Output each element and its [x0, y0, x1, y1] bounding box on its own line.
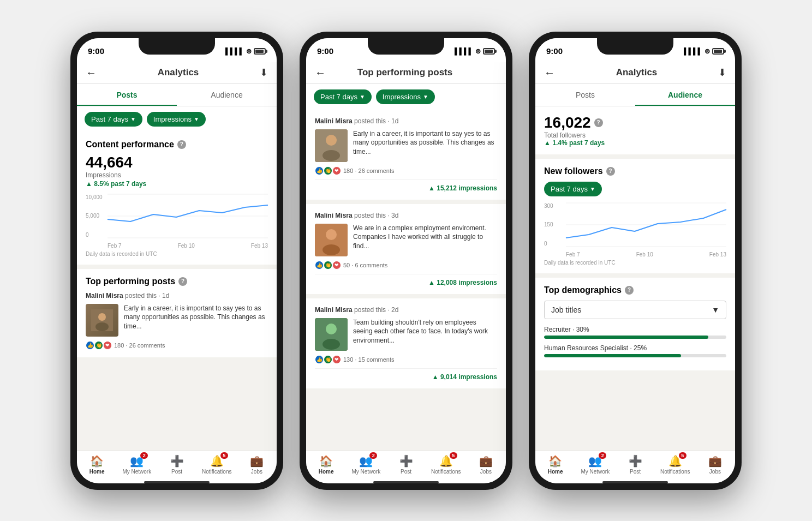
tab-posts-3[interactable]: Posts — [535, 84, 635, 106]
notif-badge-3: 5 — [679, 452, 686, 459]
nav-network-3[interactable]: 👥2 My Network — [575, 454, 615, 475]
status-icons-3: ▌▌▌▌ ⊜ — [684, 47, 724, 55]
nav-notifications-1[interactable]: 🔔5 Notifications — [197, 454, 237, 475]
nf-chart-svg — [566, 203, 726, 247]
help-icon-perf[interactable]: ? — [177, 140, 186, 149]
app-header-1: ← Analytics ⬇ — [77, 62, 277, 84]
phone-1-content: ← Analytics ⬇ Posts Audience Past 7 days… — [77, 62, 277, 483]
filter-impressions-1[interactable]: Impressions ▼ — [147, 112, 206, 127]
jobs-icon-2: 💼 — [479, 454, 493, 468]
nav-jobs-label-1: Jobs — [251, 469, 262, 475]
filter-days-1[interactable]: Past 7 days ▼ — [85, 112, 142, 127]
help-icon-followers[interactable]: ? — [594, 118, 603, 127]
nav-post-3[interactable]: ➕ Post — [615, 454, 655, 475]
post-thumb-2 — [315, 224, 348, 256]
notch-2 — [368, 38, 444, 55]
chart-svg-area — [108, 194, 268, 238]
content-perf-title: Content performance ? — [86, 140, 268, 149]
scroll-area-2[interactable]: Malini Misra posted this · 1d — [306, 110, 506, 451]
filter-impressions-2[interactable]: Impressions ▼ — [376, 89, 435, 104]
signal-icon-3: ▌▌▌▌ — [684, 47, 702, 55]
network-badge-2: 2 — [369, 452, 377, 459]
post-preview-thumb — [86, 304, 118, 337]
nav-jobs-3[interactable]: 💼 Jobs — [695, 454, 735, 475]
page-title-1: Analytics — [158, 67, 199, 78]
bottom-nav-1: 🏠 Home 👥2 My Network ➕ Post 🔔5 Notificat… — [77, 451, 277, 479]
nav-notif-label-3: Notifications — [660, 469, 690, 475]
back-button-2[interactable]: ← — [315, 67, 326, 79]
phone-3: 9:00 ▌▌▌▌ ⊜ ← Analytics ⬇ Posts Audience — [529, 32, 742, 490]
nav-notif-label-2: Notifications — [431, 469, 461, 475]
demo-bar-hr: Human Resources Specialist · 25% — [544, 344, 726, 357]
phone-3-content: ← Analytics ⬇ Posts Audience 16,022 ? — [535, 62, 735, 483]
nav-network-1[interactable]: 👥2 My Network — [117, 454, 157, 475]
phone-2: 9:00 ▌▌▌▌ ⊜ ← Top performing posts Past … — [300, 32, 512, 490]
nav-post-1[interactable]: ➕ Post — [157, 454, 196, 475]
help-icon-new-followers[interactable]: ? — [606, 167, 615, 176]
nav-network-label-1: My Network — [122, 469, 151, 475]
post-meta-2: Malini Misra posted this · 3d — [315, 212, 497, 219]
svg-point-8 — [323, 150, 340, 161]
download-button-3[interactable]: ⬇ — [718, 67, 726, 79]
dropdown-label: Job titles — [551, 306, 581, 314]
post-meta-3: Malini Misra posted this · 2d — [315, 306, 497, 314]
post-thumb-3 — [315, 318, 348, 351]
nav-post-2[interactable]: ➕ Post — [386, 454, 426, 475]
nav-jobs-2[interactable]: 💼 Jobs — [466, 454, 506, 475]
follower-count: 16,022 — [544, 114, 591, 131]
tabs-3: Posts Audience — [535, 84, 735, 106]
like-icon: 👍 — [86, 341, 94, 350]
followers-header: 16,022 ? — [544, 114, 726, 131]
love-p1: ❤ — [332, 166, 341, 175]
post-thumb-1 — [315, 129, 348, 162]
tab-audience-1[interactable]: Audience — [177, 84, 277, 106]
nav-home-2[interactable]: 🏠 Home — [306, 454, 346, 475]
total-followers-card: 16,022 ? Total followers ▲ 1.4% past 7 d… — [535, 106, 735, 154]
utc-note-3: Daily data is recorded in UTC — [544, 260, 726, 266]
phone-1: 9:00 ▌▌▌▌ ⊜ ← Analytics ⬇ Posts Audience — [70, 32, 283, 490]
filter-new-followers[interactable]: Past 7 days ▼ — [544, 182, 602, 196]
hr-label: Human Resources Specialist · 25% — [544, 344, 726, 352]
status-icons-1: ▌▌▌▌ ⊜ — [225, 47, 266, 55]
like-p1: 👍 — [315, 166, 324, 175]
help-icon-posts[interactable]: ? — [178, 277, 187, 286]
hr-track — [544, 354, 726, 357]
reaction-icons-p2: 👍 👏 ❤ — [315, 261, 341, 270]
new-followers-title: New followers ? — [544, 166, 726, 176]
scroll-area-1[interactable]: Content performance ? 44,664 Impressions… — [77, 132, 277, 451]
reactions-count-2: 50 · 6 comments — [343, 262, 387, 268]
impressions-label: Impressions — [86, 171, 268, 179]
nav-notif-2[interactable]: 🔔5 Notifications — [426, 454, 466, 475]
scroll-area-3[interactable]: 16,022 ? Total followers ▲ 1.4% past 7 d… — [535, 106, 735, 451]
filter-days-2[interactable]: Past 7 days ▼ — [314, 89, 372, 104]
back-button-3[interactable]: ← — [544, 67, 555, 79]
notif-badge-1: 5 — [220, 452, 228, 459]
nav-jobs-1[interactable]: 💼 Jobs — [237, 454, 277, 475]
nav-network-2[interactable]: 👥2 My Network — [346, 454, 386, 475]
top-posts-preview-card: Top performing posts ? Malini Misra post… — [77, 269, 277, 357]
nav-home-3[interactable]: 🏠 Home — [535, 454, 575, 475]
nav-home-label-3: Home — [548, 469, 563, 475]
chart-y-labels: 10,000 5,000 0 — [86, 194, 108, 238]
tab-posts-1[interactable]: Posts — [77, 84, 177, 106]
recruiter-label: Recruiter · 30% — [544, 326, 726, 333]
app-header-3: ← Analytics ⬇ — [535, 62, 735, 84]
reaction-icons-p3: 👍 👏 ❤ — [315, 355, 341, 364]
follower-label: Total followers — [544, 131, 726, 139]
chart-x-labels: Feb 7 Feb 10 Feb 13 — [108, 243, 268, 249]
notif-badge-2: 5 — [450, 452, 457, 459]
nav-home-1[interactable]: 🏠 Home — [77, 454, 117, 475]
post-text-1: Early in a career, it is important to sa… — [353, 129, 497, 162]
tab-audience-3[interactable]: Audience — [635, 84, 735, 106]
help-icon-demo[interactable]: ? — [625, 286, 634, 295]
demographics-dropdown[interactable]: Job titles ▼ — [544, 301, 726, 319]
nav-notif-3[interactable]: 🔔5 Notifications — [655, 454, 695, 475]
back-button-1[interactable]: ← — [86, 67, 97, 79]
signal-icon-1: ▌▌▌▌ — [225, 47, 244, 55]
phone-3-screen: 9:00 ▌▌▌▌ ⊜ ← Analytics ⬇ Posts Audience — [535, 38, 735, 483]
download-button-1[interactable]: ⬇ — [260, 67, 268, 79]
wifi-icon-3: ⊜ — [704, 47, 710, 55]
post-reactions-2: 👍 👏 ❤ 50 · 6 comments — [315, 261, 497, 270]
post-preview-reactions: 👍 👏 ❤ 180 · 26 comments — [86, 341, 268, 350]
post-text-2: We are in a complex employment enviromen… — [353, 224, 497, 256]
